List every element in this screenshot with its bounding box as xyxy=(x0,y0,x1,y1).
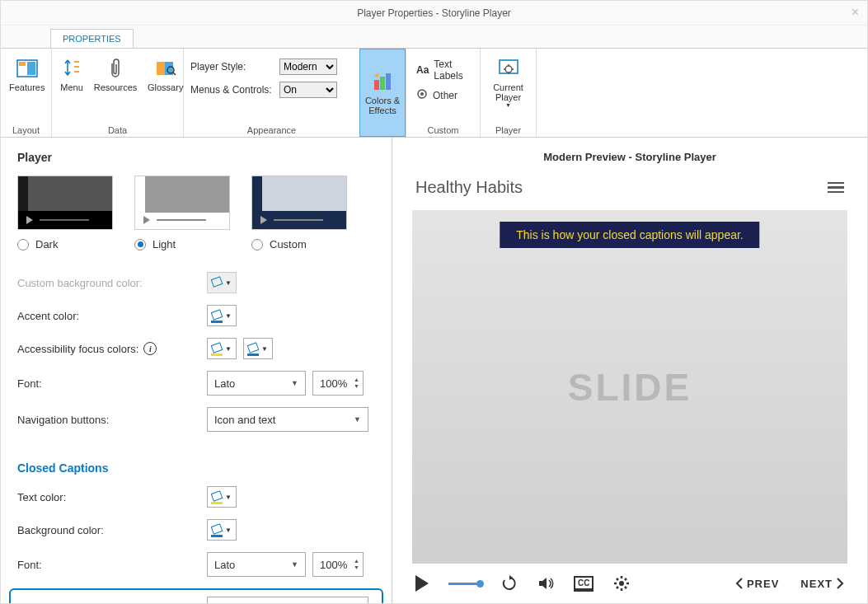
colors-effects-label: Colors & Effects xyxy=(362,96,403,115)
spinner-down-icon[interactable]: ▼ xyxy=(354,564,359,571)
svg-rect-12 xyxy=(500,60,518,73)
custom-bg-color-button: ▼ xyxy=(207,272,237,293)
spinner-up-icon[interactable]: ▲ xyxy=(354,377,359,383)
ribbon: Features Layout Menu Resources xyxy=(1,49,867,138)
current-player-label: Current Player xyxy=(489,82,528,102)
course-title: Healthy Habits xyxy=(415,178,523,197)
close-icon[interactable]: × xyxy=(852,5,859,20)
font-select[interactable]: Lato▼ xyxy=(207,371,306,396)
menus-controls-label: Menus & Controls: xyxy=(190,84,273,96)
left-panel: Player Dark Light Custom Custom backgrou… xyxy=(1,138,392,604)
cc-icon[interactable]: CC xyxy=(574,576,594,592)
colors-effects-icon xyxy=(371,70,394,93)
theme-custom-label: Custom xyxy=(270,238,307,250)
paperclip-icon xyxy=(104,57,127,80)
spinner-down-icon[interactable]: ▼ xyxy=(354,383,359,390)
features-label: Features xyxy=(9,82,45,92)
theme-light-label: Light xyxy=(152,238,176,250)
svg-point-13 xyxy=(505,66,512,73)
menu-label: Menu xyxy=(60,82,83,92)
custom-group-label: Custom xyxy=(413,122,473,135)
player-group-label: Player xyxy=(487,122,529,135)
right-panel: Modern Preview - Storyline Player Health… xyxy=(392,138,867,604)
other-label: Other xyxy=(433,90,457,101)
slide-placeholder-text: SLIDE xyxy=(568,365,692,410)
spinner-up-icon[interactable]: ▲ xyxy=(354,558,359,564)
player-section-title: Player xyxy=(17,151,375,164)
tab-properties[interactable]: PROPERTIES xyxy=(50,29,134,48)
resources-button[interactable]: Resources xyxy=(93,54,138,96)
theme-light[interactable]: Light xyxy=(134,176,230,250)
menus-controls-select[interactable]: On xyxy=(279,82,337,98)
volume-icon[interactable] xyxy=(537,575,554,592)
text-labels-button[interactable]: Aa Text Labels xyxy=(416,59,470,82)
accessibility-color-1[interactable]: ▼ xyxy=(207,338,237,359)
features-icon xyxy=(16,57,39,80)
appearance-group-label: Appearance xyxy=(190,122,353,135)
svg-rect-7 xyxy=(374,80,379,90)
info-icon[interactable]: i xyxy=(143,342,157,355)
hamburger-icon[interactable] xyxy=(828,182,844,194)
play-icon[interactable] xyxy=(415,575,429,592)
prev-button[interactable]: PREV xyxy=(735,577,779,590)
nav-buttons-select[interactable]: Icon and text▼ xyxy=(207,407,368,432)
cc-section-title: Closed Captions xyxy=(17,461,375,475)
cc-bg-color-button[interactable]: ▼ xyxy=(207,519,237,541)
accessibility-label: Accessibility focus colors: xyxy=(17,343,138,355)
theme-dark-label: Dark xyxy=(35,238,58,250)
player-style-label: Player Style: xyxy=(190,61,273,73)
settings-gear-icon[interactable] xyxy=(613,575,630,592)
svg-rect-2 xyxy=(27,62,35,75)
replay-icon[interactable] xyxy=(501,575,518,592)
features-button[interactable]: Features xyxy=(7,54,46,96)
current-player-icon xyxy=(497,57,520,80)
svg-point-11 xyxy=(420,92,424,96)
svg-rect-3 xyxy=(157,62,165,75)
accent-color-button[interactable]: ▼ xyxy=(207,305,237,326)
accent-label: Accent color: xyxy=(17,310,207,322)
glossary-button[interactable]: Glossary xyxy=(146,54,185,96)
text-labels-icon: Aa xyxy=(416,64,429,76)
colors-effects-button[interactable]: Colors & Effects xyxy=(359,49,406,137)
current-player-button[interactable]: Current Player ▼ xyxy=(487,54,529,111)
accessibility-color-2[interactable]: ▼ xyxy=(243,338,273,359)
svg-line-6 xyxy=(173,73,176,75)
gear-icon xyxy=(416,88,428,102)
cc-font-label: Font: xyxy=(17,559,207,571)
data-group-label: Data xyxy=(59,122,176,135)
theme-dark[interactable]: Dark xyxy=(17,176,113,250)
radio-dark[interactable] xyxy=(17,239,29,250)
cc-font-size-input[interactable]: 100%▲▼ xyxy=(312,552,364,577)
theme-light-thumb xyxy=(134,176,230,230)
radio-light[interactable] xyxy=(134,239,146,250)
layout-group-label: Layout xyxy=(7,122,45,135)
preview-title: Modern Preview - Storyline Player xyxy=(409,151,851,163)
radio-custom[interactable] xyxy=(251,239,263,250)
cc-font-select[interactable]: Lato▼ xyxy=(207,552,306,577)
resources-label: Resources xyxy=(94,82,138,92)
font-size-input[interactable]: 100%▲▼ xyxy=(312,371,364,396)
menu-button[interactable]: Menu xyxy=(59,54,85,96)
svg-rect-9 xyxy=(386,73,391,90)
seekbar[interactable] xyxy=(448,583,481,585)
cc-text-color-label: Text color: xyxy=(17,491,207,503)
other-button[interactable]: Other xyxy=(416,88,470,102)
window-title: Player Properties - Storyline Player xyxy=(357,7,511,19)
cc-text-color-button[interactable]: ▼ xyxy=(207,486,237,508)
titlebar: Player Properties - Storyline Player × xyxy=(1,1,867,26)
theme-dark-thumb xyxy=(17,176,113,230)
player-style-select[interactable]: Modern xyxy=(279,59,337,75)
next-button[interactable]: NEXT xyxy=(800,577,844,590)
svg-rect-1 xyxy=(19,62,26,66)
slide-preview: This is how your closed captions will ap… xyxy=(412,210,847,564)
svg-rect-8 xyxy=(380,77,385,90)
text-labels-label: Text Labels xyxy=(434,59,470,82)
player-controls: CC PREV NEXT xyxy=(409,564,851,592)
cc-bg-color-label: Background color: xyxy=(17,524,207,536)
position-select[interactable]: Top▼ xyxy=(207,597,368,604)
position-row-highlight: Position: Top▼ xyxy=(9,588,383,604)
glossary-label: Glossary xyxy=(148,82,183,92)
theme-custom-thumb xyxy=(251,176,347,230)
theme-custom[interactable]: Custom xyxy=(251,176,347,250)
font-label: Font: xyxy=(17,377,207,390)
